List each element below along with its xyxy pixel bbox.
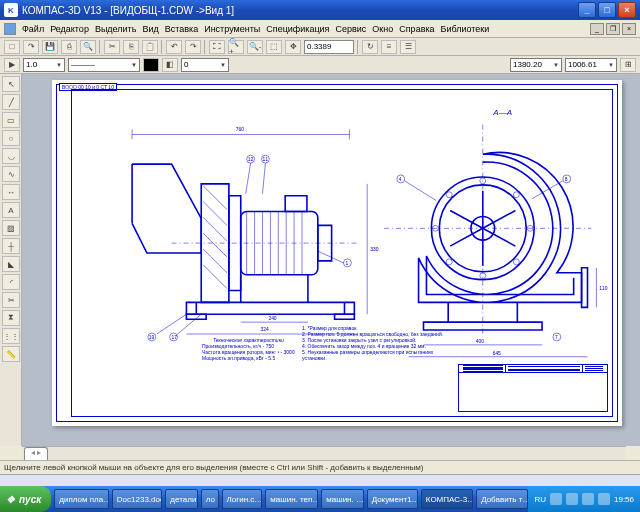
statusbar: Щелкните левой кнопкой мыши на объекте д…	[0, 460, 640, 474]
lang-indicator[interactable]: RU	[534, 495, 546, 504]
start-button[interactable]: ❖пуск	[0, 486, 51, 512]
mdi-restore[interactable]: ❐	[606, 23, 620, 35]
close-button[interactable]: ×	[618, 2, 636, 18]
menu-file[interactable]: Файл	[22, 24, 44, 34]
zoomfit-icon[interactable]: ⛶	[209, 40, 225, 54]
stroke-combo[interactable]: 1.0	[23, 58, 65, 72]
task-item[interactable]: машин. …	[321, 489, 363, 509]
copy-icon[interactable]: ⎘	[123, 40, 139, 54]
tray-icon[interactable]	[598, 493, 610, 505]
system-tray[interactable]: RU 19:56	[528, 486, 640, 512]
redo-icon[interactable]: ↷	[185, 40, 201, 54]
task-item[interactable]: машин. теп…	[265, 489, 318, 509]
pointer-icon[interactable]: ↖	[2, 76, 20, 92]
task-item[interactable]: Логин.с…	[222, 489, 263, 509]
properties-icon[interactable]: ☰	[400, 40, 416, 54]
menu-help[interactable]: Справка	[399, 24, 434, 34]
circle-icon[interactable]: ○	[2, 130, 20, 146]
svg-line-7	[203, 186, 227, 210]
rect-icon[interactable]: ▭	[2, 112, 20, 128]
menu-tools[interactable]: Инструменты	[204, 24, 260, 34]
paste-icon[interactable]: 📋	[142, 40, 158, 54]
save-icon[interactable]: 💾	[42, 40, 58, 54]
linestyle-combo[interactable]: ———	[68, 58, 140, 72]
mdi-close[interactable]: ×	[622, 23, 636, 35]
chamfer-icon[interactable]: ◣	[2, 256, 20, 272]
cut-icon[interactable]: ✂	[104, 40, 120, 54]
task-item[interactable]: КОМПАС-3…	[421, 489, 473, 509]
task-item[interactable]: диплом пла…	[54, 489, 109, 509]
svg-line-56	[483, 228, 516, 246]
view-tab[interactable]: ◂ ▸	[24, 447, 48, 461]
tech-notes-left: Технические характеристики Производитель…	[202, 337, 295, 361]
maximize-button[interactable]: □	[598, 2, 616, 18]
menu-view[interactable]: Вид	[142, 24, 158, 34]
zoomwin-icon[interactable]: ⬚	[266, 40, 282, 54]
task-item[interactable]: детали	[165, 489, 197, 509]
taskbar: ❖пуск диплом пла… Doc1233.doc детали ло …	[0, 486, 640, 512]
svg-rect-24	[285, 196, 307, 212]
mirror-icon[interactable]: ⧗	[2, 310, 20, 326]
sheet-frame: ВООО 00 10 и 0 СТ 10 А—А 760	[56, 84, 618, 422]
task-item[interactable]: ло	[201, 489, 219, 509]
tech-notes-right: 1. *Размер для справок. 2. Размер поз. 5…	[302, 325, 452, 361]
menu-libs[interactable]: Библиотеки	[441, 24, 490, 34]
separator	[357, 40, 359, 54]
menu-service[interactable]: Сервис	[336, 24, 367, 34]
svg-text:19: 19	[149, 335, 155, 340]
zoomout-icon[interactable]: 🔍-	[247, 40, 263, 54]
print-icon[interactable]: ⎙	[61, 40, 77, 54]
snap-icon[interactable]: ⊞	[620, 58, 636, 72]
text-icon[interactable]: A	[2, 202, 20, 218]
trim-icon[interactable]: ✂	[2, 292, 20, 308]
pan-icon[interactable]: ✥	[285, 40, 301, 54]
axis-icon[interactable]: ┼	[2, 238, 20, 254]
coord-y[interactable]: 1006.61	[565, 58, 617, 72]
open-icon[interactable]: ↷	[23, 40, 39, 54]
layers-icon[interactable]: ≡	[381, 40, 397, 54]
color-icon[interactable]	[143, 58, 159, 72]
arc-icon[interactable]: ◡	[2, 148, 20, 164]
task-item[interactable]: Добавить т…	[476, 489, 528, 509]
array-icon[interactable]: ⋮⋮	[2, 328, 20, 344]
svg-line-39	[178, 314, 202, 334]
menu-edit[interactable]: Редактор	[50, 24, 89, 34]
drawing-canvas[interactable]: ВООО 00 10 и 0 СТ 10 А—А 760	[22, 74, 640, 446]
menu-select[interactable]: Выделить	[95, 24, 137, 34]
menu-window[interactable]: Окно	[372, 24, 393, 34]
arrow-icon[interactable]: ▶	[4, 58, 20, 72]
zoomin-icon[interactable]: 🔍+	[228, 40, 244, 54]
undo-icon[interactable]: ↶	[166, 40, 182, 54]
dim-icon[interactable]: ↔	[2, 184, 20, 200]
zoom-input[interactable]: 0.3389	[304, 40, 354, 54]
drawing-sheet: ВООО 00 10 и 0 СТ 10 А—А 760	[52, 80, 622, 426]
layer-icon[interactable]: ◧	[162, 58, 178, 72]
spline-icon[interactable]: ∿	[2, 166, 20, 182]
measure-icon[interactable]: 📏	[2, 346, 20, 362]
refresh-icon[interactable]: ↻	[362, 40, 378, 54]
coord-x[interactable]: 1380.20	[510, 58, 562, 72]
task-item[interactable]: Doc1233.doc	[112, 489, 163, 509]
task-item[interactable]: Документ1…	[367, 489, 418, 509]
svg-point-67	[513, 259, 519, 265]
tray-icon[interactable]	[550, 493, 562, 505]
tray-icon[interactable]	[566, 493, 578, 505]
layer-combo[interactable]: 0	[181, 58, 229, 72]
line-icon[interactable]: ╱	[2, 94, 20, 110]
menu-insert[interactable]: Вставка	[165, 24, 198, 34]
tray-icon[interactable]	[582, 493, 594, 505]
clock[interactable]: 19:56	[614, 495, 634, 504]
svg-text:1: 1	[345, 261, 348, 266]
fillet-icon[interactable]: ◜	[2, 274, 20, 290]
svg-line-83	[405, 181, 437, 201]
menu-spec[interactable]: Спецификация	[266, 24, 329, 34]
mdi-minimize[interactable]: _	[590, 23, 604, 35]
svg-rect-25	[186, 302, 354, 314]
new-icon[interactable]: □	[4, 40, 20, 54]
app-icon: K	[4, 3, 18, 17]
hatch-icon[interactable]: ▨	[2, 220, 20, 236]
minimize-button[interactable]: _	[578, 2, 596, 18]
svg-line-58	[450, 228, 483, 246]
svg-line-12	[203, 265, 227, 289]
preview-icon[interactable]: 🔍	[80, 40, 96, 54]
